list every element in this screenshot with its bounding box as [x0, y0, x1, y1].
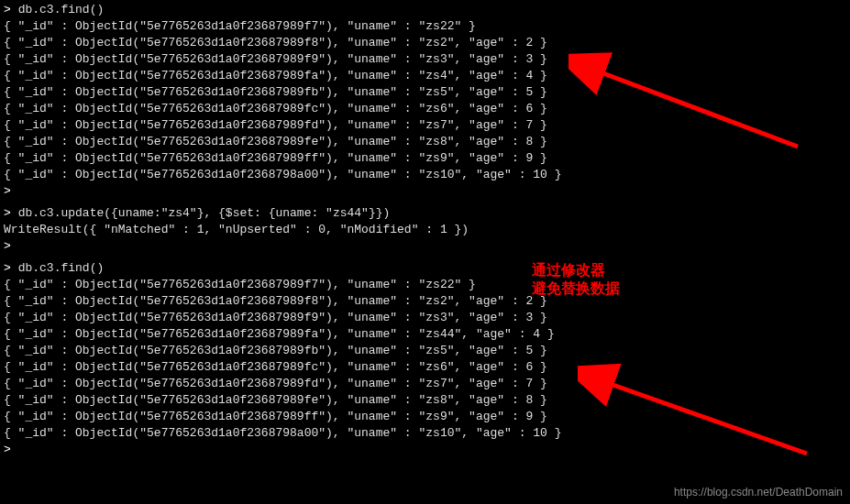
prompt-line: >: [4, 183, 846, 200]
output-line: { "_id" : ObjectId("5e7765263d1a0f236879…: [4, 376, 846, 392]
output-line: { "_id" : ObjectId("5e7765263d1a0f236879…: [4, 277, 846, 293]
output-line: { "_id" : ObjectId("5e7765263d1a0f236879…: [4, 167, 846, 183]
prompt-line: >: [4, 442, 846, 458]
output-line: { "_id" : ObjectId("5e7765263d1a0f236879…: [4, 293, 846, 310]
watermark-text: https://blog.csdn.net/DeathDomain: [674, 484, 843, 500]
prompt: >: [4, 443, 11, 456]
command-line: > db.c3.update({uname:"zs4"}, {$set: {un…: [4, 205, 846, 222]
output-line: { "_id" : ObjectId("5e7765263d1a0f236879…: [4, 35, 846, 51]
command-line: > db.c3.find(): [4, 260, 846, 277]
prompt: >: [4, 3, 11, 16]
annotation-line1: 通过修改器: [532, 261, 620, 279]
output-line: { "_id" : ObjectId("5e7765263d1a0f236879…: [4, 310, 846, 326]
output-line: WriteResult({ "nMatched" : 1, "nUpserted…: [4, 222, 846, 238]
output-line: { "_id" : ObjectId("5e7765263d1a0f236879…: [4, 134, 846, 150]
prompt: >: [4, 239, 11, 253]
terminal-output[interactable]: > db.c3.find() { "_id" : ObjectId("5e776…: [0, 0, 850, 460]
output-line: { "_id" : ObjectId("5e7765263d1a0f236879…: [4, 392, 846, 409]
output-line: { "_id" : ObjectId("5e7765263d1a0f236879…: [4, 101, 846, 117]
command-text: db.c3.find(): [18, 261, 105, 275]
output-line: { "_id" : ObjectId("5e7765263d1a0f236879…: [4, 343, 846, 359]
prompt-line: >: [4, 238, 846, 255]
output-line: { "_id" : ObjectId("5e7765263d1a0f236879…: [4, 68, 846, 84]
output-line: { "_id" : ObjectId("5e7765263d1a0f236879…: [4, 359, 846, 376]
output-line: { "_id" : ObjectId("5e7765263d1a0f236879…: [4, 409, 846, 425]
command-text: db.c3.update({uname:"zs4"}, {$set: {unam…: [18, 206, 391, 220]
output-line: { "_id" : ObjectId("5e7765263d1a0f236879…: [4, 18, 846, 35]
annotation-line2: 避免替换数据: [532, 279, 620, 298]
prompt: >: [4, 206, 11, 220]
output-line: { "_id" : ObjectId("5e7765263d1a0f236879…: [4, 326, 846, 343]
prompt: >: [4, 261, 11, 275]
output-line: { "_id" : ObjectId("5e7765263d1a0f236879…: [4, 117, 846, 134]
output-line: { "_id" : ObjectId("5e7765263d1a0f236879…: [4, 84, 846, 101]
command-text: db.c3.find(): [18, 3, 105, 16]
command-line: > db.c3.find(): [4, 2, 846, 18]
annotation-text: 通过修改器 避免替换数据: [532, 261, 620, 298]
prompt: >: [4, 184, 11, 198]
output-line: { "_id" : ObjectId("5e7765263d1a0f236879…: [4, 51, 846, 68]
output-line: { "_id" : ObjectId("5e7765263d1a0f236879…: [4, 150, 846, 167]
output-line: { "_id" : ObjectId("5e7765263d1a0f236879…: [4, 425, 846, 442]
